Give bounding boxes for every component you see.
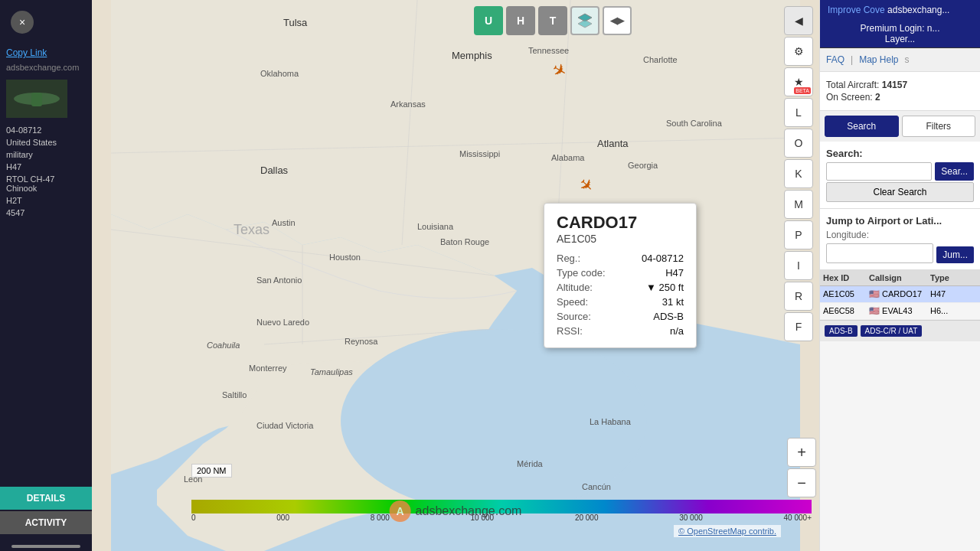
star-icon: ★ xyxy=(794,76,804,88)
zoom-out-btn[interactable]: − xyxy=(787,468,816,497)
improve-link[interactable]: Improve Cove xyxy=(828,5,885,15)
watermark-logo: A xyxy=(390,500,411,522)
watermark-text: adsbexchange.com xyxy=(416,504,522,518)
rs-search-section: Search: Sear... Clear Search xyxy=(820,142,980,209)
popup-alt-label: Altitude: xyxy=(557,282,593,293)
row2-hex: AE6C58 xyxy=(823,306,869,316)
improve-suffix: adsbexchang... xyxy=(887,5,949,15)
close-button[interactable]: × xyxy=(11,11,34,34)
jump-label: Jump to Airport or Lati... xyxy=(826,215,974,227)
details-button[interactable]: DETAILS xyxy=(0,487,92,510)
row1-hex: AE1C05 xyxy=(823,289,869,299)
right-sidebar: Improve Cove adsbexchang... Premium Logi… xyxy=(819,0,980,551)
rs-divider2: s xyxy=(905,54,910,65)
m-btn[interactable]: M xyxy=(784,190,813,219)
map-area[interactable]: Tulsa Tennessee Oklahoma Memphis Arkansa… xyxy=(92,0,819,551)
left-sidebar: × Copy Link adsbexchange.com 04-08712 Un… xyxy=(0,0,92,551)
popup-speed-value: 31 kt xyxy=(662,296,684,308)
rs-links: FAQ | Map Help s xyxy=(820,48,980,72)
row1-type: H47 xyxy=(930,289,977,299)
svg-rect-1 xyxy=(31,93,42,106)
footer-tag-adsc: ADS-C/R / UAT xyxy=(861,325,923,337)
toolbar-u-btn[interactable]: U xyxy=(474,6,503,35)
footer-tag-adsb: ADS-B xyxy=(825,325,858,337)
osm-attribution: © OpenStreetMap contrib. xyxy=(674,525,781,537)
aircraft-table-header: Hex ID Callsign Type xyxy=(820,270,980,286)
search-action-btn[interactable]: Sear... xyxy=(935,162,974,181)
copy-link[interactable]: Copy Link xyxy=(0,44,92,61)
clear-search-btn[interactable]: Clear Search xyxy=(826,182,974,202)
jump-input[interactable] xyxy=(826,243,933,263)
rs-divider: | xyxy=(851,54,853,65)
popup-speed-row: Speed: 31 kt xyxy=(557,295,684,309)
popup-rssi-label: RSSI: xyxy=(557,325,583,337)
faq-link[interactable]: FAQ xyxy=(826,54,844,65)
popup-source-label: Source: xyxy=(557,311,591,322)
l-btn[interactable]: L xyxy=(784,98,813,127)
collapse-panel-btn[interactable]: ◀ xyxy=(784,6,813,35)
settings-btn[interactable]: ⚙ xyxy=(784,37,813,66)
popup-speed-label: Speed: xyxy=(557,296,588,308)
zoom-in-btn[interactable]: + xyxy=(787,438,816,467)
activity-button[interactable]: ACTIVITY xyxy=(0,511,92,534)
popup-rssi-row: RSSI: n/a xyxy=(557,324,684,338)
popup-callsign: CARDO17 xyxy=(557,213,684,233)
popup-reg-label: Reg.: xyxy=(557,253,580,264)
rs-stats: Total Aircraft: 14157 On Screen: 2 xyxy=(820,72,980,111)
row1-flag-call: 🇺🇸 CARDO17 xyxy=(869,289,930,299)
rs-footer: ADS-B ADS-C/R / UAT xyxy=(820,320,980,341)
sidebar-aircraft-type: RTOL CH-47 Chinook xyxy=(0,173,92,194)
k-btn[interactable]: K xyxy=(784,159,813,188)
r-btn[interactable]: R xyxy=(784,282,813,311)
jump-action-btn[interactable]: Jum... xyxy=(936,246,974,263)
sidebar-reg: 04-08712 xyxy=(0,124,92,136)
row1-callsign: CARDO17 xyxy=(882,289,922,298)
scale-nm-label: 200 NM xyxy=(191,464,232,478)
sidebar-type: H47 xyxy=(0,161,92,173)
filters-tab-btn[interactable]: Filters xyxy=(902,116,976,137)
search-input[interactable] xyxy=(826,162,932,181)
search-tab-btn[interactable]: Search xyxy=(825,116,899,137)
rs-premium: Premium Login: n... Layer... xyxy=(820,20,980,48)
toolbar-layers-btn[interactable] xyxy=(570,6,599,35)
row2-flag: 🇺🇸 xyxy=(869,306,880,315)
th-hex-id: Hex ID xyxy=(823,273,869,282)
zoom-controls: + − xyxy=(787,438,816,497)
sidebar-squawk: H2T xyxy=(0,194,92,207)
popup-reg-row: Reg.: 04-08712 xyxy=(557,251,684,266)
popup-hex-id: AE1C05 xyxy=(557,233,684,245)
beta-btn[interactable]: ★ BETA xyxy=(784,67,813,96)
map-help-link[interactable]: Map Help xyxy=(859,54,898,65)
row1-flag: 🇺🇸 xyxy=(869,289,880,298)
popup-source-value: ADS-B xyxy=(653,311,684,322)
aircraft-row-1[interactable]: AE1C05 🇺🇸 CARDO17 H47 xyxy=(820,286,980,303)
popup-reg-value: 04-08712 xyxy=(642,253,684,264)
map-watermark: A adsbexchange.com xyxy=(390,500,522,522)
total-aircraft-stat: Total Aircraft: 14157 xyxy=(826,80,974,90)
svg-marker-14 xyxy=(578,20,592,28)
aircraft-row-2[interactable]: AE6C58 🇺🇸 EVAL43 H6... xyxy=(820,303,980,320)
popup-alt-value: ▼ 250 ft xyxy=(646,282,684,293)
popup-type-row: Type code: H47 xyxy=(557,266,684,280)
svg-point-6 xyxy=(341,329,647,513)
search-section-label: Search: xyxy=(826,148,974,159)
map-right-controls: ◀ ⚙ ★ BETA L O K M P I R F xyxy=(781,0,819,347)
rs-tab-buttons: Search Filters xyxy=(820,111,980,142)
aircraft-popup: CARDO17 AE1C05 Reg.: 04-08712 Type code:… xyxy=(544,203,697,348)
f-btn[interactable]: F xyxy=(784,312,813,341)
popup-type-label: Type code: xyxy=(557,267,606,279)
i-btn[interactable]: I xyxy=(784,251,813,280)
sidebar-url: adsbexchange.com xyxy=(0,61,92,73)
toolbar-t-btn[interactable]: T xyxy=(538,6,567,35)
th-type: Type xyxy=(930,273,977,282)
o-btn[interactable]: O xyxy=(784,129,813,158)
rs-header: Improve Cove adsbexchang... xyxy=(820,0,980,20)
toolbar-h-btn[interactable]: H xyxy=(506,6,535,35)
aircraft-image xyxy=(6,80,67,118)
popup-source-row: Source: ADS-B xyxy=(557,309,684,324)
map-toolbar: U H T ◀▶ xyxy=(474,6,632,35)
toolbar-forward-btn[interactable]: ◀▶ xyxy=(603,6,632,35)
p-btn[interactable]: P xyxy=(784,220,813,249)
row2-callsign: EVAL43 xyxy=(882,306,913,315)
sidebar-flight-num: 4547 xyxy=(0,207,92,219)
